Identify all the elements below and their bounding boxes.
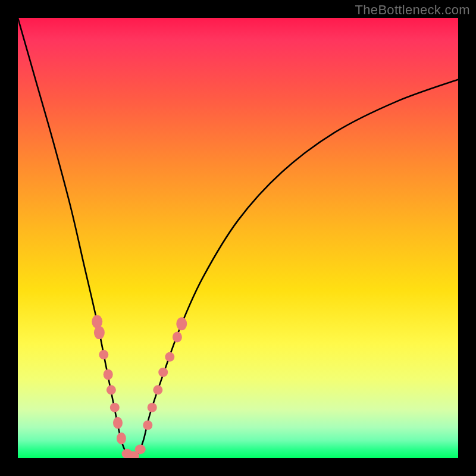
data-point [165,352,174,362]
chart-svg [18,18,458,458]
watermark-label: TheBottleneck.com [355,2,470,18]
data-point [158,368,168,377]
data-point [135,444,146,454]
data-point [176,317,187,330]
data-point [117,433,126,444]
data-point [104,369,113,380]
plot-area [18,18,458,458]
data-point [153,385,162,394]
data-point [148,403,157,412]
data-point [113,417,123,429]
data-point [107,385,116,394]
data-point [92,315,102,328]
data-point-group [92,315,187,458]
chart-frame: TheBottleneck.com [0,0,476,476]
data-point [173,332,182,343]
data-point [143,421,152,430]
data-point [94,326,105,339]
data-point [99,350,108,359]
bottleneck-curve [18,18,458,458]
data-point [110,403,120,412]
